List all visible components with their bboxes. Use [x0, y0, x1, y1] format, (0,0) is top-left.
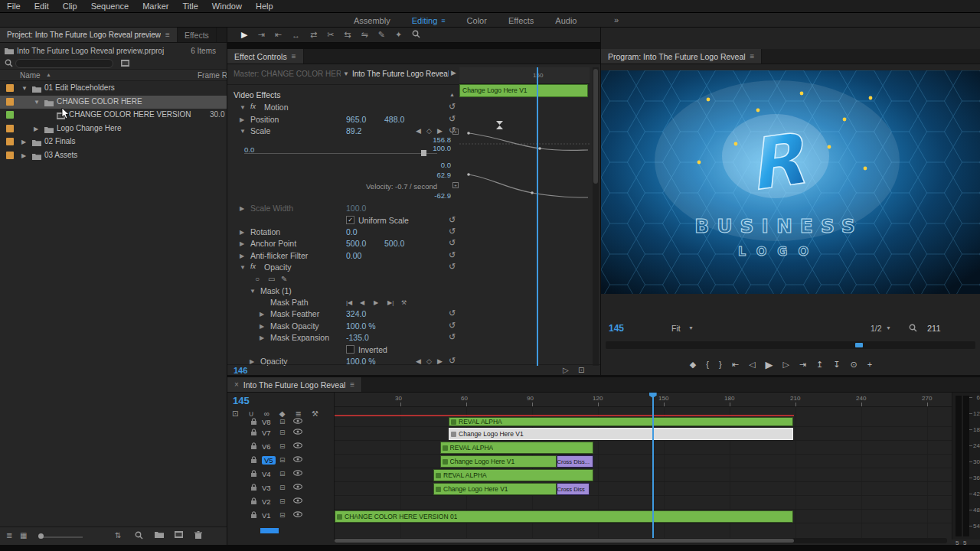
- twirl-icon[interactable]: ▶: [240, 240, 244, 247]
- track-label[interactable]: V2: [262, 497, 271, 506]
- timeline-clip[interactable]: Change Logo Here V1: [440, 455, 557, 468]
- param-value[interactable]: 0.0: [346, 227, 358, 236]
- workspace-tab-assembly[interactable]: Assembly: [354, 16, 390, 25]
- twirl-icon[interactable]: ▶: [240, 253, 244, 259]
- track-label[interactable]: V5: [262, 456, 276, 465]
- reset-icon[interactable]: ↺: [449, 114, 456, 124]
- filter-bin-icon[interactable]: [121, 59, 129, 68]
- reset-icon[interactable]: ↺: [449, 215, 456, 225]
- timeline-clip[interactable]: REVAL ALPHA: [433, 469, 593, 481]
- button-editor-button[interactable]: +: [867, 360, 872, 369]
- param-value[interactable]: 965.0: [346, 115, 366, 124]
- lock-icon[interactable]: [250, 456, 257, 465]
- twirl-icon[interactable]: ▶: [240, 205, 244, 212]
- toggle-effects-icon[interactable]: ⊡: [578, 366, 584, 374]
- icon-view-icon[interactable]: ▦: [20, 531, 27, 540]
- eye-icon[interactable]: [293, 497, 302, 505]
- play-button[interactable]: ▶: [765, 359, 773, 370]
- twirl-icon[interactable]: ▼: [240, 104, 246, 111]
- tab-project[interactable]: Project: Into The Future Logo Reveal pre…: [0, 28, 178, 42]
- lock-icon[interactable]: [250, 418, 257, 427]
- mark-out-button[interactable]: }: [719, 360, 722, 369]
- menu-edit[interactable]: Edit: [28, 0, 56, 13]
- fit-dropdown[interactable]: Fit: [671, 324, 681, 333]
- track-header-v1[interactable]: V1⊟: [227, 510, 334, 523]
- slide-tool[interactable]: ⇋: [361, 30, 368, 40]
- scale-slider-handle[interactable]: [421, 150, 426, 156]
- zoom-tool[interactable]: [412, 30, 420, 40]
- fx-badge-icon[interactable]: fx: [250, 103, 256, 110]
- lock-icon[interactable]: [250, 497, 257, 507]
- menu-sequence[interactable]: Sequence: [84, 0, 136, 13]
- tab-program[interactable]: Program: Into The Future Logo Reveal ≡: [601, 49, 762, 64]
- twirl-icon[interactable]: ▼: [240, 128, 246, 135]
- sync-lock-icon[interactable]: ⊟: [279, 470, 286, 478]
- ripple-edit-tool[interactable]: ⇤: [275, 30, 282, 40]
- label-color-chip[interactable]: [6, 98, 14, 106]
- menu-window[interactable]: Window: [205, 0, 249, 13]
- twirl-icon[interactable]: ▶: [240, 229, 244, 236]
- program-scrub-bar[interactable]: [606, 341, 975, 349]
- project-row-02-finals[interactable]: ▶02 Finals: [0, 135, 227, 148]
- lock-icon[interactable]: [250, 511, 257, 520]
- menu-file[interactable]: File: [0, 0, 28, 13]
- timeline-clip[interactable]: Change Logo Here V1: [433, 483, 557, 495]
- lift-button[interactable]: ↥: [816, 360, 823, 370]
- mask-track-icon[interactable]: ◀: [360, 299, 364, 306]
- program-playhead-marker[interactable]: [855, 343, 863, 347]
- reset-icon[interactable]: ↺: [449, 102, 456, 112]
- pen-mask-icon[interactable]: ✎: [281, 275, 287, 283]
- track-label[interactable]: V4: [262, 470, 271, 478]
- list-view-icon[interactable]: ≣: [6, 531, 12, 540]
- track-header-v3[interactable]: V3⊟: [227, 483, 334, 495]
- rect-mask-icon[interactable]: ▭: [268, 275, 275, 283]
- menu-title[interactable]: Title: [175, 0, 204, 13]
- project-row-01-edit-placeholders[interactable]: ▼01 Edit Placeholders: [0, 82, 227, 95]
- sync-lock-icon[interactable]: ⊟: [279, 511, 286, 519]
- twirl-icon[interactable]: ▶: [21, 152, 26, 159]
- zoom-slider[interactable]: [40, 536, 83, 538]
- param-value[interactable]: -135.0: [346, 333, 369, 342]
- reset-icon[interactable]: ↺: [449, 308, 456, 318]
- eye-icon[interactable]: [293, 511, 302, 519]
- eye-icon[interactable]: [293, 456, 302, 464]
- timeline-clip[interactable]: CHANGE COLOR HERE VERSION 01: [335, 510, 793, 523]
- workspace-tab-audio[interactable]: Audio: [555, 16, 577, 25]
- sync-lock-icon[interactable]: ⊟: [279, 429, 286, 436]
- project-row-03-assets[interactable]: ▶03 Assets: [0, 149, 227, 162]
- hand-tool[interactable]: ✦: [395, 30, 402, 40]
- reset-icon[interactable]: ↺: [449, 250, 456, 260]
- param-value[interactable]: 324.0: [346, 309, 366, 318]
- sort-icon[interactable]: ⇅: [115, 531, 121, 540]
- graph-expand-icon[interactable]: +: [452, 182, 459, 188]
- label-color-chip[interactable]: [6, 84, 14, 92]
- track-label[interactable]: V7: [262, 429, 271, 437]
- reset-icon[interactable]: ↺: [449, 262, 456, 272]
- sync-lock-icon[interactable]: ⊟: [279, 484, 286, 491]
- sync-lock-icon[interactable]: ⊟: [279, 497, 286, 505]
- playhead[interactable]: [652, 393, 654, 538]
- mask-track-icon[interactable]: |◀: [346, 299, 352, 306]
- sync-lock-icon[interactable]: ⊟: [279, 442, 286, 450]
- track-header-v7[interactable]: V7⊟: [227, 428, 334, 440]
- audio-track-peek[interactable]: [260, 528, 279, 533]
- twirl-icon[interactable]: ▼: [34, 99, 40, 106]
- twirl-icon[interactable]: ▶: [21, 139, 26, 145]
- chevron-down-icon[interactable]: ▼: [886, 325, 891, 331]
- menu-help[interactable]: Help: [249, 0, 280, 13]
- twirl-icon[interactable]: ▶: [240, 116, 244, 123]
- timeline-clip[interactable]: Change Logo Here V1: [449, 428, 793, 440]
- go-to-in-button[interactable]: ⇤: [732, 360, 739, 370]
- project-row-change-color-here-version[interactable]: CHANGE COLOR HERE VERSION30.0: [0, 109, 227, 122]
- lock-icon[interactable]: [250, 470, 257, 479]
- transition-clip[interactable]: Cross Diss: [557, 483, 590, 495]
- new-item-icon[interactable]: [175, 531, 183, 540]
- project-row-logo-change-here[interactable]: ▶Logo Change Here: [0, 122, 227, 135]
- reset-icon[interactable]: ↺: [449, 238, 456, 248]
- add-marker-button[interactable]: ◆: [690, 360, 696, 370]
- param-value[interactable]: 0.00: [346, 251, 361, 260]
- twirl-icon[interactable]: ▶: [34, 126, 38, 132]
- track-header-v4[interactable]: V4⊟: [227, 469, 334, 481]
- track-header-v2[interactable]: V2⊟: [227, 497, 334, 509]
- menu-clip[interactable]: Clip: [56, 0, 84, 13]
